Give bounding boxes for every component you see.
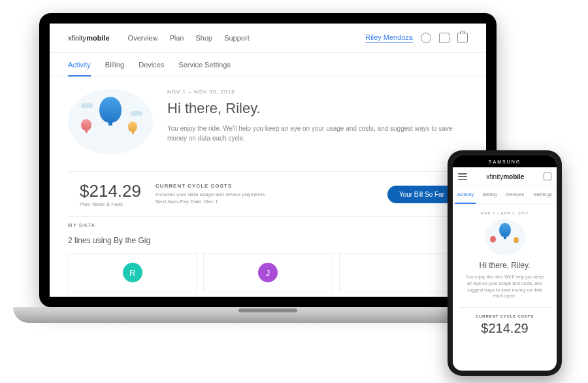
phone-mockup: SAMSUNG xfinitymobile Activity Billing D… [448, 150, 562, 376]
mobile-header: xfinitymobile [453, 167, 557, 186]
my-data-section: MY DATA 2 lines using By the Gig R J [68, 222, 468, 292]
cost-title: CURRENT CYCLE COSTS [155, 183, 373, 189]
avatar: R [123, 263, 142, 282]
line-card[interactable]: J [203, 253, 332, 292]
balloon-icon [490, 236, 496, 242]
laptop-bezel: xfinitymobile Overview Plan Shop Support… [39, 13, 497, 307]
cost-detail-line: Next Auto-Pay Date: Dec 1 [155, 198, 373, 205]
hero-text: NOV 1 – NOV 30, 2016 Hi there, Riley. Yo… [167, 89, 468, 154]
cost-details: CURRENT CYCLE COSTS Includes your data u… [155, 183, 373, 205]
cost-amount-block: $214.29 Plus Taxes & Fees [80, 181, 141, 207]
laptop-mockup: xfinitymobile Overview Plan Shop Support… [39, 13, 497, 340]
cloud-icon [131, 111, 142, 116]
cart-icon[interactable] [544, 173, 551, 180]
avatar: J [258, 263, 278, 282]
mobile-tabs: Activity Billing Devices Settings [453, 186, 557, 205]
greeting-subtext: You enjoy the ride. We'll help you keep … [167, 124, 468, 143]
hero-illustration [485, 219, 525, 256]
tax-note: Plus Taxes & Fees [80, 201, 141, 207]
tab-settings[interactable]: Settings [531, 186, 555, 204]
tab-devices[interactable]: Devices [139, 61, 164, 76]
line-card[interactable]: R [68, 253, 197, 292]
header-right: Riley Mendoza [365, 33, 468, 43]
hero-section: NOV 1 – NOV 30, 2016 Hi there, Riley. Yo… [50, 77, 486, 166]
hero-illustration [68, 89, 153, 154]
mobile-app: SAMSUNG xfinitymobile Activity Billing D… [453, 156, 557, 371]
my-data-header: MY DATA [68, 222, 468, 228]
chat-icon[interactable] [439, 33, 449, 43]
search-icon[interactable] [421, 33, 431, 43]
phone-brand-bar: SAMSUNG [453, 156, 557, 167]
cloud-icon [81, 103, 93, 108]
cycle-date-range: NOV 1 – NOV 30, 2016 [167, 89, 468, 95]
cycle-amount: $214.29 [80, 181, 141, 201]
mobile-cost-block: CURRENT CYCLE COSTS $214.29 [459, 307, 550, 336]
cost-title: CURRENT CYCLE COSTS [459, 314, 550, 318]
balloon-icon [128, 122, 137, 134]
your-bill-button[interactable]: Your Bill So Far [387, 186, 456, 203]
menu-icon[interactable] [458, 173, 467, 180]
tab-activity[interactable]: Activity [455, 186, 476, 204]
nav-shop[interactable]: Shop [195, 34, 212, 42]
cycle-amount: $214.29 [459, 321, 550, 336]
lines-row: R J [68, 253, 468, 292]
primary-nav: Overview Plan Shop Support [128, 34, 250, 42]
tab-service-settings[interactable]: Service Settings [178, 61, 230, 76]
laptop-base [13, 307, 523, 323]
cycle-date-range: MAR 2 – APR 1, 2017 [459, 211, 550, 215]
top-header: xfinitymobile Overview Plan Shop Support… [50, 24, 486, 53]
user-menu[interactable]: Riley Mendoza [365, 33, 413, 43]
balloon-icon [514, 237, 519, 243]
nav-plan[interactable]: Plan [169, 34, 184, 42]
balloon-icon [81, 119, 91, 133]
tab-billing[interactable]: Billing [105, 61, 124, 76]
section-tabs: Activity Billing Devices Service Setting… [50, 53, 486, 77]
cost-summary-row: $214.29 Plus Taxes & Fees CURRENT CYCLE … [68, 171, 468, 217]
nav-overview[interactable]: Overview [128, 34, 158, 42]
brand-logo: xfinitymobile [487, 173, 525, 180]
cart-icon[interactable] [457, 33, 468, 43]
greeting-subtext: You enjoy the ride. We'll help you keep … [459, 274, 550, 299]
lines-title: 2 lines using By the Gig [68, 236, 468, 245]
tab-activity[interactable]: Activity [68, 61, 91, 76]
nav-support[interactable]: Support [224, 34, 250, 42]
mobile-body: MAR 2 – APR 1, 2017 Hi there, Riley. You… [453, 205, 557, 342]
balloon-icon [499, 223, 511, 239]
cost-detail-line: Includes your data usage and device paym… [155, 191, 373, 198]
brand-logo: xfinitymobile [68, 34, 110, 42]
tab-devices[interactable]: Devices [503, 186, 527, 204]
greeting: Hi there, Riley. [167, 100, 468, 117]
desktop-app: xfinitymobile Overview Plan Shop Support… [50, 24, 486, 297]
greeting: Hi there, Riley. [459, 261, 550, 270]
tab-billing[interactable]: Billing [480, 186, 499, 204]
balloon-icon [99, 97, 122, 125]
